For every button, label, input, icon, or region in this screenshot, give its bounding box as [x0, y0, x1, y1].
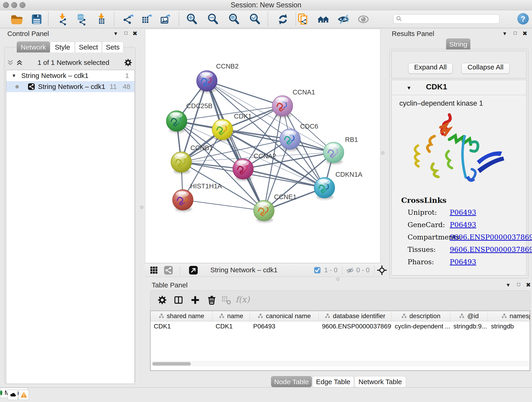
column-header-namespace[interactable]: namespace: [488, 311, 530, 321]
hidden-eye-slash-icon[interactable]: [346, 266, 355, 275]
network-label: String Network – cdk1: [38, 83, 105, 90]
selected-checkbox-icon[interactable]: [314, 267, 321, 274]
search-input[interactable]: [404, 15, 499, 23]
show-columns-button-icon[interactable]: [173, 295, 184, 305]
network-canvas[interactable]: CCNB2CCNA1CDC25BCDK1CDC6RB1CCNB1CCNA2CDK…: [145, 29, 380, 263]
tab-sets[interactable]: Sets: [102, 41, 123, 52]
hide-selected-button-icon[interactable]: [337, 13, 350, 26]
panel-close-icon[interactable]: ✖: [133, 30, 138, 37]
delete-table-button-icon: [221, 295, 231, 305]
panel-menu-icon[interactable]: ▼: [502, 31, 507, 37]
toolbar-separator: [179, 12, 179, 26]
table-settings-button-icon[interactable]: [157, 295, 167, 305]
column-header-id[interactable]: @id: [450, 311, 488, 321]
import-table-button-icon[interactable]: [95, 13, 108, 26]
tree-expander-icon[interactable]: ▼: [12, 73, 16, 78]
network-collection-row[interactable]: ▼ String Network – cdk1 1: [6, 70, 134, 81]
table-cell[interactable]: stringdb:9...: [450, 321, 488, 332]
tab-edge-table[interactable]: Edge Table: [312, 376, 354, 387]
panel-float-icon[interactable]: □: [514, 30, 517, 36]
entry-expander-icon[interactable]: ▼: [406, 85, 412, 91]
apply-layout-button-icon[interactable]: [276, 13, 290, 26]
zoom-fit-button-icon[interactable]: [228, 13, 241, 26]
crosslink-link[interactable]: P06493: [450, 208, 476, 216]
column-header-description[interactable]: description: [392, 311, 450, 321]
gear-icon[interactable]: [123, 58, 133, 67]
current-network-dot: [15, 85, 19, 89]
table-cell[interactable]: CDK1: [212, 321, 250, 332]
panel-menu-icon[interactable]: ▼: [506, 282, 511, 288]
panel-menu-icon[interactable]: ▼: [113, 31, 118, 37]
tab-node-table[interactable]: Node Table: [271, 376, 312, 387]
cloud-button[interactable]: [7, 390, 18, 400]
tab-network-table[interactable]: Network Table: [355, 376, 406, 387]
network-overview-button-icon[interactable]: [163, 265, 173, 275]
expand-all-icon[interactable]: [16, 59, 23, 66]
horizontal-scrollbar[interactable]: [151, 361, 530, 366]
scrollbar-thumb[interactable]: [152, 362, 191, 366]
save-session-button-icon[interactable]: [30, 13, 43, 26]
crosslink-link[interactable]: 9606.ENSP00000378699: [450, 233, 532, 241]
export-table-button-icon[interactable]: [140, 13, 154, 26]
panel-close-icon[interactable]: ✖: [522, 30, 527, 37]
table-cell[interactable]: CDK1: [151, 321, 212, 332]
tab-select[interactable]: Select: [75, 41, 102, 52]
column-type-icon: [325, 313, 331, 319]
tab-style[interactable]: Style: [50, 41, 75, 52]
network-row-selected[interactable]: String Network – cdk1 11 48: [6, 81, 134, 92]
add-column-button-icon[interactable]: [190, 295, 201, 305]
svg-text:CDC6: CDC6: [300, 123, 318, 130]
crosslink-row: Uniprot:P06493: [408, 208, 437, 216]
collapse-all-icon[interactable]: [6, 59, 14, 66]
expand-all-button[interactable]: Expand All: [408, 63, 452, 74]
help-button[interactable]: ?: [517, 13, 529, 25]
panel-close-icon[interactable]: ✖: [526, 281, 531, 288]
zoom-out-button-icon[interactable]: [206, 13, 220, 26]
column-header-name[interactable]: name: [212, 311, 250, 321]
export-image-button-icon[interactable]: [159, 13, 172, 26]
open-session-button-icon[interactable]: [10, 13, 23, 26]
detach-view-button-icon[interactable]: [188, 265, 198, 275]
control-panel-title: Control Panel: [7, 30, 49, 38]
left-splitter-handle[interactable]: [140, 206, 143, 209]
import-network-from-file-button-icon[interactable]: [56, 13, 69, 26]
warnings-button[interactable]: [19, 390, 29, 400]
table-cell[interactable]: stringdb: [488, 321, 530, 332]
tab-string[interactable]: String: [446, 38, 470, 50]
right-splitter-handle[interactable]: [381, 151, 385, 155]
results-panel-title: Results Panel: [392, 30, 434, 38]
crosslink-link[interactable]: 9606.ENSP00000378699: [450, 245, 532, 254]
copy-network-style-button-icon[interactable]: [296, 13, 310, 26]
crosslink-link[interactable]: P06493: [450, 221, 476, 229]
table-row[interactable]: CDK1CDK1P064939606.ENSP00000378699cyclin…: [151, 321, 530, 332]
title-bar: Session: New Session: [0, 0, 532, 10]
table-cell[interactable]: cyclin-dependent ...: [392, 321, 450, 332]
grid-view-button-icon[interactable]: [149, 265, 159, 275]
crosslink-link[interactable]: P06493: [450, 258, 476, 266]
zoom-in-button-icon[interactable]: [185, 13, 199, 26]
column-header-shared-name[interactable]: shared name: [151, 311, 212, 321]
delete-column-button-icon[interactable]: [206, 295, 217, 305]
zoom-selected-button-icon[interactable]: [248, 13, 262, 26]
collapse-all-button[interactable]: Collapse All: [462, 63, 510, 74]
fit-selection-crosshair-icon[interactable]: [377, 265, 387, 275]
crosslink-row: Tissues:9606.ENSP00000378699: [408, 245, 436, 254]
show-all-button-icon[interactable]: [357, 13, 370, 26]
entry-description: cyclin–dependent kinase 1: [399, 99, 483, 108]
entry-header[interactable]: ▼ CDK1: [392, 80, 526, 95]
hidden-node-edge-counts: 0 - 0: [356, 263, 370, 277]
table-cell[interactable]: P06493: [250, 321, 319, 332]
export-network-button-icon[interactable]: [122, 13, 135, 26]
horizontal-splitter-handle[interactable]: [336, 278, 340, 281]
crosslink-row: Pharos:P06493: [408, 258, 434, 266]
first-neighbors-button-icon[interactable]: [317, 13, 330, 26]
column-type-icon: [459, 313, 465, 319]
crosslink-row: Compartments:9606.ENSP00000378699: [408, 233, 462, 241]
import-network-from-database-button-icon[interactable]: [75, 13, 88, 26]
column-header-database-identifier[interactable]: database identifier: [319, 311, 392, 321]
column-header-canonical-name[interactable]: canonical name: [250, 311, 319, 321]
tab-network[interactable]: Network: [17, 41, 50, 52]
table-cell[interactable]: 9606.ENSP00000378699: [319, 321, 392, 332]
panel-float-icon[interactable]: □: [517, 281, 520, 287]
panel-float-icon[interactable]: □: [124, 30, 127, 36]
